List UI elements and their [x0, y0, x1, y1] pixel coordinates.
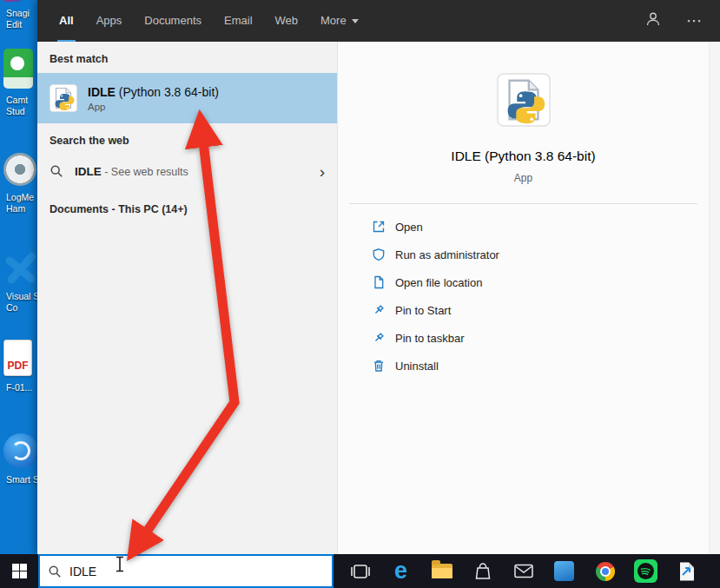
desktop-icon-pdf[interactable]: PDF F-01... — [0, 340, 37, 393]
preview-top: IDLE (Python 3.8 64-bit) App — [338, 42, 709, 184]
best-match-header: Best match — [37, 42, 337, 73]
pdf-file-icon: PDF — [3, 340, 32, 376]
desktop-icon-label: Visual S Co — [3, 291, 39, 313]
tab-all[interactable]: All — [57, 0, 76, 42]
chrome-button[interactable] — [585, 554, 625, 588]
snagit-icon — [3, 0, 21, 2]
file-explorer-button[interactable] — [421, 554, 462, 588]
start-button[interactable] — [0, 554, 38, 588]
hamachi-icon — [3, 153, 36, 186]
open-icon — [372, 220, 386, 234]
tab-apps[interactable]: Apps — [95, 0, 124, 42]
desktop-icon-camtasia[interactable]: Camt Stud — [0, 49, 37, 116]
chrome-icon — [596, 562, 615, 581]
vscode-icon — [3, 250, 38, 285]
action-pin-to-taskbar[interactable]: Pin to taskbar — [338, 324, 709, 352]
smart-switch-icon — [3, 433, 38, 468]
action-open[interactable]: Open — [338, 213, 709, 241]
search-flyout: All Apps Documents Email Web More ⋯ Best… — [37, 0, 720, 554]
tab-email[interactable]: Email — [222, 0, 254, 42]
desktop-icon-snagit[interactable]: Snagi Edit — [0, 0, 37, 30]
taskbar: IDLE e — [0, 554, 720, 588]
taskbar-icons: e — [340, 554, 707, 588]
action-run-as-administrator[interactable]: Run as administrator — [338, 241, 709, 268]
blue-app-icon — [554, 561, 574, 581]
desktop-icon-label: Smart Sw — [3, 474, 40, 486]
desktop-icon-label: LogMe Ham — [3, 192, 34, 214]
windows-logo-icon — [12, 564, 27, 578]
taskbar-search-box[interactable]: IDLE — [38, 554, 334, 588]
chevron-right-icon[interactable]: › — [320, 163, 325, 180]
desktop-icon-smart-switch[interactable]: Smart Sw — [0, 433, 37, 486]
preview-subtitle: App — [514, 172, 532, 184]
preview-panel: IDLE (Python 3.8 64-bit) App Open Run as… — [337, 42, 709, 554]
trash-icon — [372, 359, 386, 373]
user-icon[interactable] — [644, 10, 662, 31]
desktop-icon-label: Camt Stud — [3, 95, 28, 116]
pin-icon — [372, 303, 386, 317]
document-app-icon — [678, 561, 696, 582]
desktop-icon-label: F-01... — [3, 382, 32, 393]
idle-app-icon-large — [497, 73, 551, 127]
camtasia-icon — [3, 49, 33, 89]
tab-web[interactable]: Web — [274, 0, 301, 42]
mail-icon — [514, 564, 533, 578]
chevron-down-icon — [352, 19, 359, 23]
spotify-icon — [634, 559, 657, 583]
desktop-icon-hamachi[interactable]: LogMe Ham — [0, 153, 37, 214]
action-pin-to-start[interactable]: Pin to Start — [338, 296, 709, 324]
store-button[interactable] — [462, 554, 503, 588]
blue-app-button[interactable] — [544, 554, 585, 588]
divider — [349, 203, 697, 204]
web-result-text: IDLE - See web results — [75, 165, 188, 178]
search-body: Best match IDLE (Python 3.8 64-bit) App … — [37, 42, 720, 554]
desktop-icon-label: Snagi Edit — [3, 8, 30, 30]
search-icon — [50, 164, 63, 178]
shield-icon — [372, 248, 386, 261]
scrollbar-track[interactable] — [709, 42, 720, 554]
edge-button[interactable]: e — [380, 554, 421, 588]
search-icon — [48, 565, 62, 578]
action-list: Open Run as administrator Open file loca… — [338, 213, 709, 380]
results-panel: Best match IDLE (Python 3.8 64-bit) App … — [37, 42, 337, 554]
file-explorer-icon — [432, 564, 452, 578]
web-result-idle[interactable]: IDLE - See web results › — [37, 155, 337, 188]
edge-icon: e — [394, 559, 407, 583]
best-match-title: IDLE (Python 3.8 64-bit) — [88, 85, 219, 99]
file-location-icon — [372, 275, 386, 289]
search-input-value[interactable]: IDLE — [69, 565, 96, 578]
task-view-button[interactable] — [340, 554, 380, 588]
desktop-icon-vscode[interactable]: Visual S Co — [0, 250, 37, 313]
more-options-icon[interactable]: ⋯ — [686, 13, 703, 29]
best-match-text: IDLE (Python 3.8 64-bit) App — [88, 85, 219, 112]
search-filter-bar: All Apps Documents Email Web More ⋯ — [37, 0, 720, 42]
pin-icon — [372, 331, 386, 345]
tab-documents[interactable]: Documents — [142, 0, 203, 42]
task-view-icon — [350, 564, 371, 579]
preview-title: IDLE (Python 3.8 64-bit) — [451, 149, 595, 164]
best-match-subtitle: App — [88, 102, 219, 112]
action-uninstall[interactable]: Uninstall — [338, 352, 709, 380]
spotify-button[interactable] — [625, 554, 666, 588]
document-app-button[interactable] — [666, 554, 707, 588]
header-actions: ⋯ — [644, 0, 720, 42]
idle-app-icon — [50, 84, 77, 112]
action-open-file-location[interactable]: Open file location — [338, 268, 709, 296]
documents-header[interactable]: Documents - This PC (14+) — [37, 188, 337, 223]
search-web-header: Search the web — [37, 123, 337, 155]
best-match-result-idle[interactable]: IDLE (Python 3.8 64-bit) App — [37, 73, 337, 123]
mail-button[interactable] — [503, 554, 544, 588]
store-icon — [474, 562, 492, 581]
tab-more[interactable]: More — [319, 0, 360, 42]
